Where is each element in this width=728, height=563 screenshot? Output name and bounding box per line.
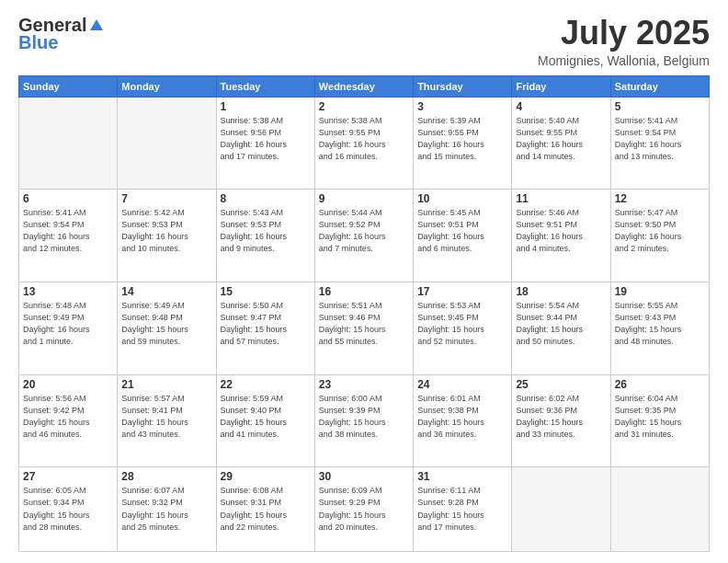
day-info: Sunrise: 5:46 AMSunset: 9:51 PMDaylight:… [516, 207, 606, 255]
day-number: 25 [516, 378, 606, 391]
logo-blue: Blue [18, 32, 58, 53]
day-info: Sunrise: 5:57 AMSunset: 9:41 PMDaylight:… [121, 393, 211, 441]
day-cell: 19Sunrise: 5:55 AMSunset: 9:43 PMDayligh… [610, 282, 709, 375]
day-cell: 8Sunrise: 5:43 AMSunset: 9:53 PMDaylight… [216, 190, 314, 282]
day-number: 15 [221, 285, 311, 298]
location: Momignies, Wallonia, Belgium [538, 53, 710, 68]
day-cell: 7Sunrise: 5:42 AMSunset: 9:53 PMDaylight… [118, 190, 216, 282]
day-info: Sunrise: 5:40 AMSunset: 9:55 PMDaylight:… [516, 115, 606, 163]
day-info: Sunrise: 5:41 AMSunset: 9:54 PMDaylight:… [23, 207, 113, 255]
day-info: Sunrise: 5:51 AMSunset: 9:46 PMDaylight:… [319, 300, 409, 348]
day-number: 6 [23, 192, 113, 205]
day-number: 30 [319, 470, 409, 483]
weekday-wednesday: Wednesday [314, 75, 413, 97]
day-number: 22 [221, 378, 311, 391]
day-info: Sunrise: 5:47 AMSunset: 9:50 PMDaylight:… [615, 207, 705, 255]
day-number: 11 [516, 192, 606, 205]
day-info: Sunrise: 6:04 AMSunset: 9:35 PMDaylight:… [615, 393, 705, 441]
day-number: 1 [221, 100, 311, 113]
day-number: 18 [516, 285, 606, 298]
day-number: 4 [516, 100, 606, 113]
day-info: Sunrise: 5:41 AMSunset: 9:54 PMDaylight:… [615, 115, 705, 163]
day-number: 21 [121, 378, 211, 391]
day-number: 12 [615, 192, 705, 205]
day-info: Sunrise: 6:05 AMSunset: 9:34 PMDaylight:… [23, 485, 113, 533]
day-info: Sunrise: 5:44 AMSunset: 9:52 PMDaylight:… [319, 207, 409, 255]
day-info: Sunrise: 6:09 AMSunset: 9:29 PMDaylight:… [319, 485, 409, 533]
week-row-3: 20Sunrise: 5:56 AMSunset: 9:42 PMDayligh… [19, 374, 710, 467]
day-number: 19 [615, 285, 705, 298]
day-cell: 14Sunrise: 5:49 AMSunset: 9:48 PMDayligh… [118, 282, 216, 375]
day-number: 3 [417, 100, 507, 113]
weekday-saturday: Saturday [610, 75, 709, 97]
day-info: Sunrise: 6:07 AMSunset: 9:32 PMDaylight:… [121, 485, 211, 533]
week-row-4: 27Sunrise: 6:05 AMSunset: 9:34 PMDayligh… [19, 467, 710, 552]
day-cell [118, 97, 216, 190]
calendar-table: SundayMondayTuesdayWednesdayThursdayFrid… [18, 75, 710, 552]
day-info: Sunrise: 5:56 AMSunset: 9:42 PMDaylight:… [23, 393, 113, 441]
day-cell: 24Sunrise: 6:01 AMSunset: 9:38 PMDayligh… [414, 374, 512, 467]
day-number: 16 [319, 285, 409, 298]
logo-icon [88, 17, 105, 34]
day-cell: 3Sunrise: 5:39 AMSunset: 9:55 PMDaylight… [414, 97, 512, 190]
day-number: 2 [319, 100, 409, 113]
weekday-friday: Friday [512, 75, 610, 97]
day-number: 13 [23, 285, 113, 298]
day-info: Sunrise: 5:48 AMSunset: 9:49 PMDaylight:… [23, 300, 113, 348]
day-cell: 9Sunrise: 5:44 AMSunset: 9:52 PMDaylight… [314, 190, 413, 282]
day-info: Sunrise: 5:49 AMSunset: 9:48 PMDaylight:… [121, 300, 211, 348]
day-cell [19, 97, 118, 190]
day-cell: 28Sunrise: 6:07 AMSunset: 9:32 PMDayligh… [118, 467, 216, 552]
day-number: 8 [221, 192, 311, 205]
day-number: 28 [121, 470, 211, 483]
weekday-header-row: SundayMondayTuesdayWednesdayThursdayFrid… [19, 75, 710, 97]
day-number: 23 [319, 378, 409, 391]
day-cell [512, 467, 610, 552]
day-cell: 30Sunrise: 6:09 AMSunset: 9:29 PMDayligh… [314, 467, 413, 552]
day-cell: 5Sunrise: 5:41 AMSunset: 9:54 PMDaylight… [610, 97, 709, 190]
day-info: Sunrise: 5:54 AMSunset: 9:44 PMDaylight:… [516, 300, 606, 348]
day-info: Sunrise: 5:42 AMSunset: 9:53 PMDaylight:… [121, 207, 211, 255]
day-cell: 15Sunrise: 5:50 AMSunset: 9:47 PMDayligh… [216, 282, 314, 375]
day-number: 27 [23, 470, 113, 483]
weekday-sunday: Sunday [19, 75, 118, 97]
day-number: 31 [417, 470, 507, 483]
day-cell: 31Sunrise: 6:11 AMSunset: 9:28 PMDayligh… [414, 467, 512, 552]
logo: General Blue [18, 15, 105, 53]
day-cell: 29Sunrise: 6:08 AMSunset: 9:31 PMDayligh… [216, 467, 314, 552]
day-cell: 21Sunrise: 5:57 AMSunset: 9:41 PMDayligh… [118, 374, 216, 467]
day-info: Sunrise: 6:02 AMSunset: 9:36 PMDaylight:… [516, 393, 606, 441]
day-info: Sunrise: 5:38 AMSunset: 9:56 PMDaylight:… [221, 115, 311, 163]
day-cell: 11Sunrise: 5:46 AMSunset: 9:51 PMDayligh… [512, 190, 610, 282]
day-cell: 13Sunrise: 5:48 AMSunset: 9:49 PMDayligh… [19, 282, 118, 375]
day-cell [610, 467, 709, 552]
day-info: Sunrise: 5:45 AMSunset: 9:51 PMDaylight:… [417, 207, 507, 255]
day-info: Sunrise: 6:08 AMSunset: 9:31 PMDaylight:… [221, 485, 311, 533]
week-row-2: 13Sunrise: 5:48 AMSunset: 9:49 PMDayligh… [19, 282, 710, 375]
day-info: Sunrise: 5:59 AMSunset: 9:40 PMDaylight:… [221, 393, 311, 441]
day-number: 10 [417, 192, 507, 205]
day-cell: 10Sunrise: 5:45 AMSunset: 9:51 PMDayligh… [414, 190, 512, 282]
title-block: July 2025 Momignies, Wallonia, Belgium [538, 15, 710, 68]
weekday-thursday: Thursday [414, 75, 512, 97]
day-number: 24 [417, 378, 507, 391]
day-number: 20 [23, 378, 113, 391]
day-info: Sunrise: 5:50 AMSunset: 9:47 PMDaylight:… [221, 300, 311, 348]
day-info: Sunrise: 5:43 AMSunset: 9:53 PMDaylight:… [221, 207, 311, 255]
svg-marker-0 [90, 19, 103, 30]
week-row-1: 6Sunrise: 5:41 AMSunset: 9:54 PMDaylight… [19, 190, 710, 282]
week-row-0: 1Sunrise: 5:38 AMSunset: 9:56 PMDaylight… [19, 97, 710, 190]
day-info: Sunrise: 5:39 AMSunset: 9:55 PMDaylight:… [417, 115, 507, 163]
day-info: Sunrise: 5:53 AMSunset: 9:45 PMDaylight:… [417, 300, 507, 348]
day-number: 14 [121, 285, 211, 298]
day-info: Sunrise: 5:38 AMSunset: 9:55 PMDaylight:… [319, 115, 409, 163]
day-info: Sunrise: 5:55 AMSunset: 9:43 PMDaylight:… [615, 300, 705, 348]
header: General Blue July 2025 Momignies, Wallon… [18, 15, 710, 68]
day-info: Sunrise: 6:01 AMSunset: 9:38 PMDaylight:… [417, 393, 507, 441]
day-cell: 22Sunrise: 5:59 AMSunset: 9:40 PMDayligh… [216, 374, 314, 467]
day-cell: 23Sunrise: 6:00 AMSunset: 9:39 PMDayligh… [314, 374, 413, 467]
month-title: July 2025 [538, 15, 710, 52]
day-cell: 16Sunrise: 5:51 AMSunset: 9:46 PMDayligh… [314, 282, 413, 375]
day-info: Sunrise: 6:11 AMSunset: 9:28 PMDaylight:… [417, 485, 507, 533]
day-cell: 20Sunrise: 5:56 AMSunset: 9:42 PMDayligh… [19, 374, 118, 467]
